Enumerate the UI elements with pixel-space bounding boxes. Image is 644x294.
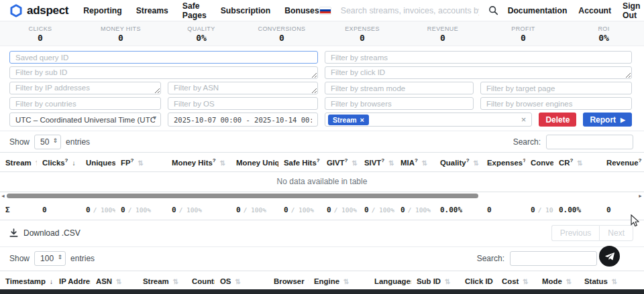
- sort-icon[interactable]: [352, 159, 357, 167]
- report-column-header[interactable]: Revenue?: [601, 153, 644, 172]
- report-column-header[interactable]: Money Uniques?: [231, 153, 278, 172]
- global-search-input[interactable]: [341, 6, 479, 15]
- report-column-header[interactable]: MIA?: [395, 153, 435, 172]
- sort-icon[interactable]: [36, 159, 37, 167]
- report-column-header[interactable]: Clicks?: [37, 153, 80, 172]
- download-csv-label: Download .CSV: [23, 228, 80, 238]
- clicks-column-header[interactable]: Country: [186, 271, 215, 291]
- sort-icon[interactable]: [138, 159, 143, 167]
- next-page-button[interactable]: Next: [599, 225, 633, 241]
- report-column-header[interactable]: Safe Hits?: [278, 153, 321, 172]
- filter-browser-engines-input[interactable]: [480, 97, 632, 110]
- scroll-right-icon[interactable]: ►: [638, 193, 643, 199]
- report-column-header[interactable]: FP?: [115, 153, 166, 172]
- scroll-left-icon[interactable]: ◄: [1, 193, 5, 199]
- filter-click-id-textarea[interactable]: [325, 66, 632, 79]
- top-link[interactable]: Account: [578, 6, 611, 15]
- clicks-column-header[interactable]: Click ID: [460, 271, 496, 291]
- page-size-select[interactable]: 50: [34, 135, 61, 149]
- filter-ip-addresses-textarea[interactable]: [9, 82, 161, 94]
- sort-icon[interactable]: [235, 277, 240, 285]
- clicks-column-header[interactable]: IP Address: [54, 271, 91, 291]
- adspect-logo[interactable]: adspect: [9, 4, 68, 17]
- nav-item[interactable]: Safe Pages: [182, 1, 207, 20]
- nav-item[interactable]: Bonuses: [284, 6, 319, 15]
- telegram-support-button[interactable]: [599, 246, 620, 267]
- search-icon[interactable]: [488, 5, 498, 15]
- filter-os-input[interactable]: [168, 97, 318, 110]
- nav-item[interactable]: Streams: [136, 6, 168, 15]
- nav-item[interactable]: Subscription: [221, 6, 270, 15]
- clicks-column-header[interactable]: Status: [579, 271, 644, 291]
- column-label: Country: [192, 277, 215, 285]
- tag-remove-icon[interactable]: ×: [360, 116, 364, 124]
- filter-countries-input[interactable]: [9, 97, 161, 110]
- report-column-header[interactable]: CR?: [553, 153, 601, 172]
- language-flag-icon[interactable]: [319, 7, 331, 15]
- report-column-header[interactable]: Expenses?: [482, 153, 525, 172]
- date-range-input[interactable]: [168, 113, 318, 127]
- report-button[interactable]: Report ▶: [583, 113, 632, 127]
- sort-icon[interactable]: [474, 159, 479, 167]
- report-column-header[interactable]: Stream: [0, 153, 37, 172]
- sort-icon[interactable]: [523, 277, 528, 285]
- sort-icon[interactable]: [612, 277, 617, 285]
- sort-icon[interactable]: [220, 159, 225, 167]
- previous-page-button[interactable]: Previous: [551, 225, 600, 241]
- clicks-column-header[interactable]: OS: [215, 271, 268, 291]
- filter-sub-id-textarea[interactable]: [9, 66, 318, 79]
- filter-streams-input[interactable]: [325, 51, 632, 64]
- filter-asn-textarea[interactable]: [168, 82, 318, 94]
- clicks-column-header[interactable]: Engine: [309, 271, 369, 291]
- delete-button[interactable]: Delete: [539, 113, 576, 127]
- sort-icon[interactable]: [72, 159, 75, 167]
- clicks-column-header[interactable]: Stream: [138, 271, 186, 291]
- top-link[interactable]: Documentation: [508, 6, 568, 15]
- group-by-tagbox[interactable]: Stream × ×: [325, 113, 532, 127]
- clicks-column-header[interactable]: Languages: [369, 271, 411, 291]
- report-table-search-input[interactable]: [546, 135, 633, 149]
- saved-query-id-input[interactable]: [9, 51, 318, 64]
- filter-target-page-input[interactable]: [480, 82, 632, 94]
- stat-label: PROFIT: [483, 25, 564, 32]
- clicks-column-header[interactable]: Browser: [268, 271, 309, 291]
- group-by-tag-stream[interactable]: Stream ×: [328, 115, 369, 125]
- sort-icon[interactable]: [422, 159, 427, 167]
- clicks-page-size-select[interactable]: 100: [34, 251, 66, 266]
- filter-browsers-input[interactable]: [325, 97, 474, 110]
- scrollbar-thumb[interactable]: [7, 194, 478, 198]
- nav-item[interactable]: Reporting: [83, 6, 122, 15]
- timezone-select[interactable]: UTC – Coordinated Universal Time (UTC+0): [9, 113, 161, 127]
- report-column-header[interactable]: Quality?: [435, 153, 482, 172]
- clicks-column-header[interactable]: Sub ID: [411, 271, 460, 291]
- clicks-column-header[interactable]: Timestamp: [0, 271, 54, 291]
- sort-icon[interactable]: [343, 277, 349, 285]
- report-column-header[interactable]: Money Hits?: [166, 153, 231, 172]
- clicks-table-search-input[interactable]: [510, 251, 597, 266]
- sort-icon[interactable]: [388, 159, 394, 167]
- stat-label: REVENUE: [402, 25, 483, 32]
- clear-tags-icon[interactable]: ×: [521, 115, 527, 124]
- sort-icon[interactable]: [566, 277, 572, 285]
- sort-icon[interactable]: [116, 277, 121, 285]
- download-csv-link[interactable]: Download .CSV: [9, 228, 80, 238]
- clicks-column-header[interactable]: Mode: [537, 271, 579, 291]
- report-column-header[interactable]: SIVT?: [359, 153, 395, 172]
- total-value: 0: [606, 206, 611, 214]
- column-label: IP Address: [59, 277, 91, 285]
- sort-icon[interactable]: [577, 159, 582, 167]
- sort-icon[interactable]: [445, 277, 450, 285]
- sort-icon[interactable]: [50, 277, 53, 285]
- bottom-scrollbar[interactable]: [0, 289, 644, 294]
- report-column-header[interactable]: Conversions?: [525, 153, 553, 172]
- top-link[interactable]: Sign Out: [623, 1, 644, 20]
- report-column-header[interactable]: Uniques?: [80, 153, 115, 172]
- column-label: ASN: [96, 277, 112, 285]
- clicks-column-header[interactable]: Cost: [496, 271, 537, 291]
- horizontal-scrollbar[interactable]: ◄ ►: [0, 192, 644, 200]
- column-label: GIVT: [327, 159, 345, 167]
- sort-icon[interactable]: [173, 277, 178, 285]
- filter-stream-mode-input[interactable]: [325, 82, 474, 94]
- clicks-column-header[interactable]: ASN: [91, 271, 138, 291]
- report-column-header[interactable]: GIVT?: [321, 153, 359, 172]
